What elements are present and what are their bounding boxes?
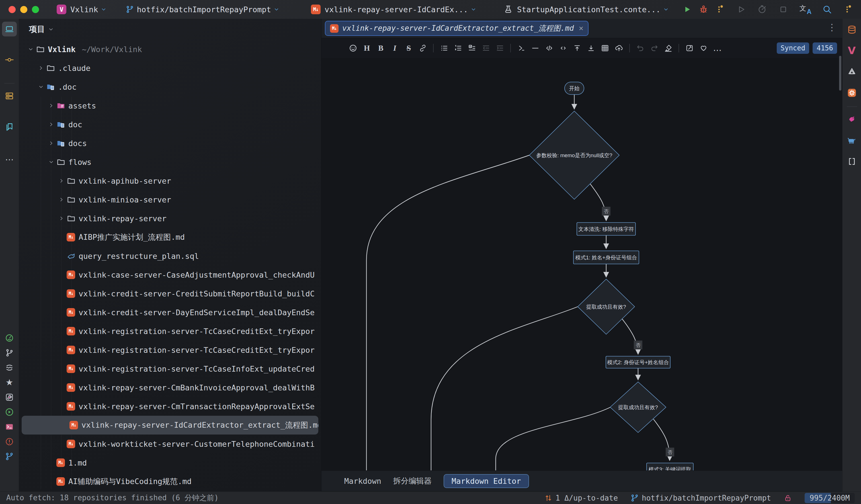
maximize-window-button[interactable]	[32, 6, 39, 13]
tree-item-vxlink-repay-server-CmBankInvoiceApproval_dealWithB[interactable]: M↓vxlink-repay-server-CmBankInvoiceAppro…	[19, 378, 321, 397]
chevron-down-icon[interactable]	[46, 158, 56, 166]
memory-indicator[interactable]: 995/2400M	[805, 493, 855, 503]
mascot-plugin-button[interactable]	[845, 112, 859, 127]
table-icon[interactable]	[598, 42, 612, 55]
strikethrough-icon[interactable]: S	[402, 42, 416, 55]
profiler-gauge-button[interactable]	[2, 331, 16, 344]
view-mode-markdown[interactable]: Markdown	[344, 477, 381, 486]
tree-item-vxlink-apihub-server[interactable]: vxlink-apihub-server	[19, 172, 321, 190]
splash-plugin-button[interactable]	[845, 85, 859, 100]
tree-item-vxlink-minioa-server[interactable]: vxlink-minioa-server	[19, 190, 321, 209]
chevron-right-icon[interactable]	[56, 215, 67, 222]
editor-scrollbar[interactable]	[839, 56, 841, 91]
run-configuration-file[interactable]: M↓ vxlink-repay-server-IdCardEx...	[311, 4, 477, 14]
run-configuration-test[interactable]: StartupApplicationTest.conte...	[503, 4, 669, 14]
run-button[interactable]	[2, 406, 16, 419]
bullet-list-icon[interactable]	[437, 42, 451, 55]
tree-item-vxlink-repay-server-CmTransactionRepayApprovalExtSe[interactable]: M↓vxlink-repay-server-CmTransactionRepay…	[19, 397, 321, 416]
tree-item-vxlink-registration-server-TcCaseCreditExt_tryExpor[interactable]: M↓vxlink-registration-server-TcCaseCredi…	[19, 322, 321, 341]
tree-item-vxlink-registration-server-TcCaseCreditExt_tryExpor[interactable]: M↓vxlink-registration-server-TcCaseCredi…	[19, 341, 321, 359]
minimize-window-button[interactable]	[20, 6, 27, 13]
tree-item-item[interactable]: .doc	[19, 78, 321, 96]
tab-options-kebab-icon[interactable]: ⋮	[828, 23, 836, 32]
tree-item-assets[interactable]: assets	[19, 96, 321, 115]
link-icon[interactable]	[416, 42, 430, 55]
tree-item-Vxlink[interactable]: Vxlink~/Work/Vxlink	[19, 40, 321, 59]
unlocked-icon[interactable]	[783, 494, 792, 502]
indent-icon[interactable]	[493, 42, 507, 55]
database-button[interactable]	[2, 88, 17, 103]
animal-plugin-button[interactable]	[845, 133, 859, 148]
problems-button[interactable]	[2, 435, 16, 448]
bold-icon[interactable]: B	[374, 42, 388, 55]
chevron-right-icon[interactable]	[46, 139, 56, 147]
favorites-button[interactable]: ★	[2, 376, 16, 389]
branch-selector[interactable]: hotfix/batchImportRepayPrompt	[126, 5, 279, 14]
bookmarks-button[interactable]	[2, 119, 17, 134]
incoming-outgoing-widget[interactable]: 1 Δ/up-to-date	[544, 494, 618, 502]
undo-icon[interactable]	[633, 42, 647, 55]
debug-button[interactable]	[699, 4, 708, 14]
database-tool-button[interactable]	[845, 22, 859, 37]
favorite-icon[interactable]	[696, 42, 710, 55]
translate-icon[interactable]: 文A	[800, 4, 811, 14]
chevron-right-icon[interactable]	[56, 196, 67, 203]
inline-code-icon[interactable]	[542, 42, 556, 55]
more-tool-windows-button[interactable]: …	[2, 150, 17, 165]
tree-item-vxlink-case-server-CaseAdjustmentApproval_checkAndU[interactable]: M↓vxlink-case-server-CaseAdjustmentAppro…	[19, 265, 321, 284]
more-icon[interactable]: …	[710, 42, 724, 55]
build-button[interactable]	[2, 391, 16, 404]
brackets-plugin-button[interactable]	[845, 154, 859, 169]
search-everywhere-icon[interactable]	[822, 4, 832, 14]
numbered-list-icon[interactable]	[451, 42, 465, 55]
close-window-button[interactable]	[9, 6, 16, 13]
scroll-bottom-icon[interactable]	[584, 42, 598, 55]
tree-item-vxlink-registration-server-TcCaseInfoExt_updateCred[interactable]: M↓vxlink-registration-server-TcCaseInfoE…	[19, 359, 321, 378]
task-list-icon[interactable]	[465, 42, 479, 55]
tree-item-vxlink-repay-server[interactable]: vxlink-repay-server	[19, 209, 321, 228]
run-button[interactable]	[682, 4, 692, 14]
code-block-icon[interactable]	[556, 42, 570, 55]
tree-item-docs[interactable]: docs	[19, 134, 321, 153]
tree-item-doc[interactable]: doc	[19, 115, 321, 134]
italic-icon[interactable]: I	[388, 42, 402, 55]
quote-icon[interactable]	[514, 42, 528, 55]
commit-button[interactable]	[2, 52, 17, 67]
tree-item-1[interactable]: M↓1.md	[19, 453, 321, 472]
chevron-right-icon[interactable]	[56, 177, 67, 185]
chevron-down-icon[interactable]	[26, 45, 36, 53]
outdent-icon[interactable]	[479, 42, 493, 55]
vcs-log-button[interactable]	[2, 346, 16, 359]
tree-item-AIBP推广实施计划_流程图[interactable]: M↓AIBP推广实施计划_流程图.md	[19, 228, 321, 247]
tab-close-icon[interactable]: ×	[579, 24, 584, 33]
git-branch-widget[interactable]: hotfix/batchImportRepayPrompt	[630, 494, 771, 502]
tree-item-item[interactable]: .claude	[19, 59, 321, 78]
project-view-button[interactable]	[2, 22, 17, 37]
chevron-down-icon[interactable]	[36, 83, 46, 91]
view-mode-拆分编辑器[interactable]: 拆分编辑器	[393, 476, 432, 486]
project-selector[interactable]: Vxlink	[66, 5, 107, 14]
edit-mode-icon[interactable]	[683, 42, 696, 55]
tree-item-query_restructure_plan[interactable]: query_restructure_plan.sql	[19, 247, 321, 265]
settings-menu-icon[interactable]	[843, 4, 853, 14]
tree-item-flows[interactable]: flows	[19, 153, 321, 172]
terminal-button[interactable]	[2, 420, 16, 433]
git-button[interactable]	[2, 450, 16, 463]
chevron-right-icon[interactable]	[46, 121, 56, 128]
scroll-top-icon[interactable]	[570, 42, 584, 55]
tree-item-vxlink-repay-server-IdCardExtractor_extract_流程图[interactable]: M↓vxlink-repay-server-IdCardExtractor_ex…	[22, 416, 318, 435]
chevron-right-icon[interactable]	[46, 102, 56, 109]
upload-icon[interactable]	[612, 42, 626, 55]
streams-button[interactable]	[2, 361, 16, 374]
view-mode-markdown-editor[interactable]: Markdown Editor	[443, 474, 529, 488]
chevron-right-icon[interactable]	[36, 64, 46, 72]
knot-plugin-button[interactable]	[845, 64, 859, 79]
horizontal-rule-icon[interactable]	[528, 42, 542, 55]
emoji-icon[interactable]	[346, 42, 360, 55]
clear-format-icon[interactable]	[661, 42, 675, 55]
tree-item-vxlink-credit-server-DayEndServiceImpl_dealDayEndSe[interactable]: M↓vxlink-credit-server-DayEndServiceImpl…	[19, 303, 321, 322]
v-plugin-button[interactable]: V	[845, 43, 859, 58]
editor-tab-selected[interactable]: M↓ vxlink-rep​ay-server-IdCardExtractor_…	[325, 21, 588, 36]
project-panel-header[interactable]: 项目	[19, 19, 321, 40]
run-more-kebab-icon[interactable]	[715, 4, 725, 14]
